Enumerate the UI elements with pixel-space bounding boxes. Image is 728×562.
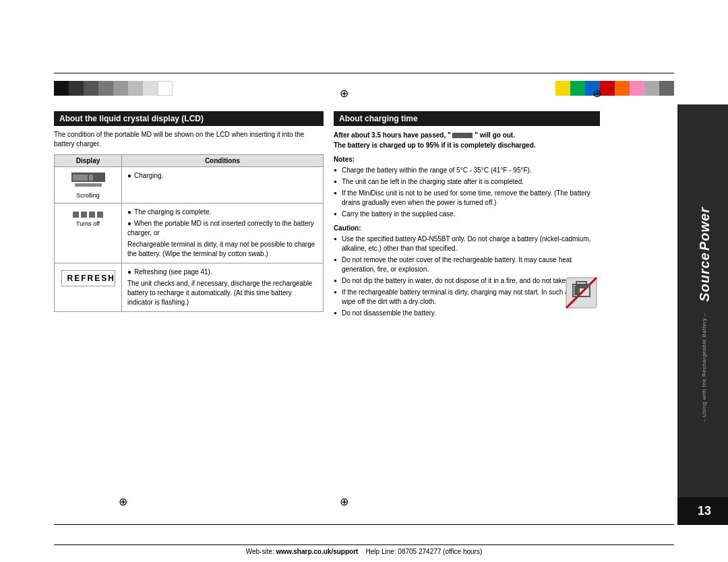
svg-rect-5 [574, 286, 588, 288]
swatch-white [158, 81, 173, 96]
caution-item: Do not disassemble the battery. [334, 309, 600, 318]
turns-off-label: Turns off [60, 220, 116, 227]
caution-item: Use the specified battery AD-N55BT only.… [334, 235, 600, 253]
reg-mark-top: ⊕ [337, 86, 351, 100]
caution-battery-icon [563, 274, 600, 311]
lcd-section-desc: The condition of the portable MD will be… [54, 130, 324, 149]
top-line [54, 73, 674, 73]
table-row: REFRESH ●Refreshing (see page 41). The u… [55, 263, 324, 312]
scrolling-label: Scrolling [60, 192, 116, 199]
note-item: Carry the battery in the supplied case. [334, 210, 600, 219]
page-number: 13 [677, 497, 728, 525]
caution-list: Use the specified battery AD-N55BT only.… [334, 235, 600, 318]
color-bar-area [0, 81, 728, 96]
charging-intro-bold: After about 3.5 hours have passed, " " w… [334, 131, 515, 139]
swatch-mgray [644, 81, 659, 96]
swatch-dgray [659, 81, 674, 96]
display-table: Display Conditions Scrolling [54, 154, 324, 312]
color-bar-left [54, 81, 173, 96]
conditions-cell-refresh: ●Refreshing (see page 41). The unit chec… [122, 263, 324, 312]
display-cell-turnsoff: Turns off [55, 204, 122, 263]
footer-helpline-number: 08705 274277 (office hours) [398, 548, 482, 555]
swatch-darkgray [69, 81, 84, 96]
swatch-pink [630, 81, 644, 96]
swatch-green [570, 81, 585, 96]
footer-website-label: Web-site: [246, 548, 274, 555]
footer-website-url: www.sharp.co.uk/support [276, 548, 359, 555]
table-row: Turns off ●The charging is complete. ●Wh… [55, 204, 324, 263]
refresh-box: REFRESH [61, 270, 115, 286]
swatch-gray3 [113, 81, 128, 96]
swatch-gray1 [84, 81, 98, 96]
swatch-orange [615, 81, 630, 96]
display-cell-scrolling: Scrolling [55, 167, 122, 204]
conditions-cell-turnsoff: ●The charging is complete. ●When the por… [122, 204, 324, 263]
charging-header: About charging time [334, 111, 600, 126]
charging-section: About charging time After about 3.5 hour… [334, 111, 600, 323]
table-header-conditions: Conditions [122, 155, 324, 167]
table-header-display: Display [55, 155, 122, 167]
reg-mark-top-right: ⊕ [590, 86, 603, 100]
note-item: Charge the battery within the range of 5… [334, 166, 600, 175]
caution-item: If the rechargeable battery terminal is … [334, 288, 600, 307]
lcd-section-header: About the liquid crystal display (LCD) [54, 111, 324, 126]
color-bar-right [555, 81, 674, 96]
note-item: If the MiniDisc unit is not to be used f… [334, 189, 600, 208]
footer: Web-site: www.sharp.co.uk/support Help L… [54, 544, 674, 555]
caution-item: Do not remove the outer cover of the rec… [334, 255, 600, 274]
sidebar-subtitle: – Using with the Rechargeable Battery – [701, 313, 708, 423]
sidebar-title-power: Power [698, 207, 711, 251]
page-container: ⊕ ⊕ ⊕ ⊕ About the liquid crystal display… [0, 0, 728, 562]
swatch-gray2 [98, 81, 113, 96]
sidebar: Power Source – Using with the Rechargeab… [677, 104, 728, 525]
swatch-yellow [555, 81, 570, 96]
table-row: Scrolling ●Charging. [55, 167, 324, 204]
footer-helpline-label: Help Line: [366, 548, 396, 555]
charging-intro-text: The battery is charged up to 95% if it i… [334, 142, 536, 149]
swatch-lightgray [143, 81, 158, 96]
charging-intro: After about 3.5 hours have passed, " " w… [334, 130, 600, 150]
caution-label: Caution: [334, 224, 600, 232]
notes-label: Notes: [334, 156, 600, 163]
caution-item: Do not dip the battery in water, do not … [334, 276, 600, 286]
swatch-gray4 [128, 81, 143, 96]
main-content: About the liquid crystal display (LCD) T… [54, 111, 674, 518]
bottom-line [54, 524, 674, 525]
notes-list: Charge the battery within the range of 5… [334, 166, 600, 219]
lcd-section: About the liquid crystal display (LCD) T… [54, 111, 324, 312]
conditions-cell-charging: ●Charging. [122, 167, 324, 204]
swatch-black [54, 81, 69, 96]
display-cell-refresh: REFRESH [55, 263, 122, 312]
note-item: The unit can be left in the charging sta… [334, 177, 600, 187]
sidebar-title-source: Source [698, 252, 711, 302]
